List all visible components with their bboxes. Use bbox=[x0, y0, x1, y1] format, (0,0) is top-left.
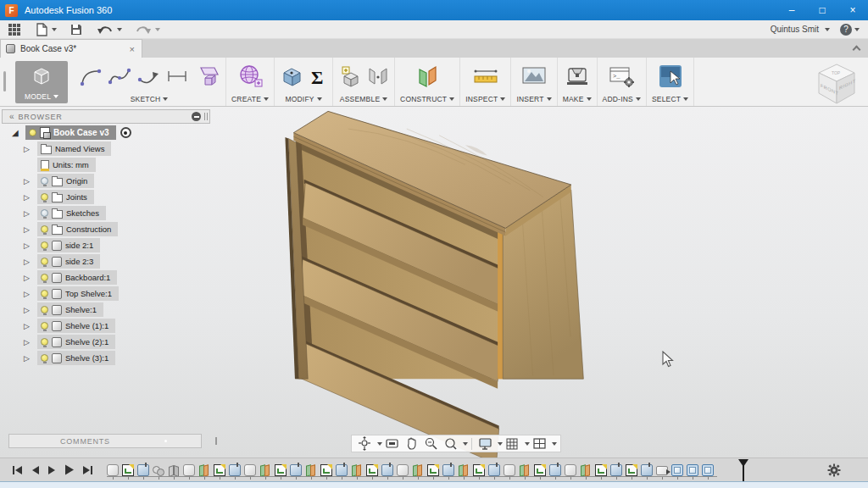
ribbon-dropdown-select[interactable]: SELECT bbox=[652, 95, 688, 103]
visibility-bulb-icon[interactable] bbox=[41, 322, 48, 330]
browser-item-shelve-1-1[interactable]: ▷Shelve (1):1 bbox=[2, 318, 210, 334]
collapse-toolbar-icon[interactable] bbox=[853, 46, 861, 54]
timeline-feature-body[interactable] bbox=[397, 464, 409, 476]
visibility-bulb-icon[interactable] bbox=[41, 354, 48, 362]
timeline-feature-plane[interactable] bbox=[519, 464, 531, 476]
tree-expand-icon[interactable]: ▷ bbox=[24, 258, 37, 266]
visibility-bulb-icon[interactable] bbox=[41, 225, 48, 233]
orbit-button[interactable] bbox=[355, 435, 375, 452]
parameters-sigma-button[interactable]: Σ bbox=[309, 64, 327, 89]
browser-item-origin[interactable]: ▷Origin bbox=[2, 173, 210, 189]
ribbon-dropdown-make[interactable]: MAKE bbox=[563, 95, 592, 103]
ribbon-handle[interactable] bbox=[3, 71, 6, 92]
new-component-button[interactable] bbox=[338, 64, 364, 89]
timeline-feature-extrude[interactable] bbox=[229, 464, 241, 476]
play-button[interactable] bbox=[64, 464, 75, 475]
tree-expand-icon[interactable]: ▷ bbox=[24, 225, 37, 234]
comments-panel[interactable]: COMMENTS bbox=[8, 434, 202, 448]
timeline-feature-body[interactable] bbox=[244, 464, 256, 476]
addins-button[interactable]: >_ bbox=[608, 64, 635, 89]
timeline-feature-extrude[interactable] bbox=[336, 464, 348, 476]
look-at-button[interactable] bbox=[382, 435, 402, 452]
panel-collapse-icon[interactable]: « bbox=[9, 112, 14, 121]
timeline-feature-body[interactable] bbox=[107, 464, 119, 476]
viewports-button[interactable] bbox=[530, 435, 549, 452]
timeline-feature-extrude[interactable] bbox=[641, 464, 653, 476]
browser-item-backboard-1[interactable]: ▷Backboard:1 bbox=[2, 269, 210, 286]
fit-button[interactable] bbox=[441, 435, 460, 452]
ribbon-dropdown-modify[interactable]: MODIFY bbox=[285, 95, 321, 103]
timeline-feature-extrude[interactable] bbox=[290, 464, 302, 476]
skip-to-end-button[interactable] bbox=[82, 465, 93, 475]
redo-button[interactable] bbox=[134, 22, 160, 37]
timeline-feature-body[interactable] bbox=[183, 464, 195, 476]
browser-item-shelve-2-1[interactable]: ▷Shelve (2):1 bbox=[2, 334, 210, 350]
help-icon[interactable]: ? bbox=[840, 24, 852, 36]
timeline-feature-move[interactable] bbox=[656, 466, 668, 475]
tree-expand-icon[interactable]: ▷ bbox=[24, 274, 37, 282]
timeline-feature-pattern[interactable] bbox=[687, 464, 698, 476]
user-menu-arrow[interactable] bbox=[825, 28, 830, 31]
sketch-spline-button[interactable] bbox=[107, 64, 132, 89]
browser-item-top-shelve-1[interactable]: ▷Top Shelve:1 bbox=[2, 286, 210, 302]
sketch-dimension-button[interactable] bbox=[164, 64, 190, 89]
browser-item-side-2-1[interactable]: ▷side 2:1 bbox=[2, 237, 210, 253]
browser-item-sketches[interactable]: ▷Sketches bbox=[2, 205, 210, 221]
help-menu-arrow[interactable] bbox=[854, 28, 860, 31]
timeline-feature-extrude[interactable] bbox=[442, 464, 454, 476]
tab-close-icon[interactable]: × bbox=[128, 44, 136, 54]
zoom-button[interactable] bbox=[421, 435, 441, 452]
ribbon-dropdown-insert[interactable]: INSERT bbox=[516, 95, 551, 103]
app-grid-icon[interactable] bbox=[8, 24, 20, 36]
timeline-feature-extrude[interactable] bbox=[137, 464, 149, 476]
timeline-feature-extrude[interactable] bbox=[381, 464, 393, 476]
close-button[interactable]: × bbox=[837, 0, 868, 20]
viewcube-top-label[interactable]: TOP bbox=[832, 70, 841, 75]
ribbon-dropdown-inspect[interactable]: INSPECT bbox=[465, 95, 505, 103]
browser-item-shelve-3-1[interactable]: ▷Shelve (3):1 bbox=[2, 350, 210, 366]
visibility-bulb-icon[interactable] bbox=[41, 306, 48, 313]
timeline-feature-sketch[interactable] bbox=[427, 464, 439, 476]
activate-component-radio[interactable] bbox=[120, 127, 131, 138]
joint-button[interactable] bbox=[367, 64, 389, 89]
timeline-feature-sketch[interactable] bbox=[214, 464, 225, 476]
visibility-bulb-icon[interactable] bbox=[41, 274, 48, 281]
grid-snap-button[interactable] bbox=[503, 435, 522, 452]
tree-expand-icon[interactable]: ▷ bbox=[24, 145, 37, 153]
browser-item-side-2-3[interactable]: ▷side 2:3 bbox=[2, 253, 210, 269]
ribbon-dropdown-addins[interactable]: ADD-INS bbox=[603, 95, 641, 103]
timeline-feature-combine[interactable] bbox=[153, 464, 164, 476]
construct-plane-button[interactable] bbox=[414, 64, 441, 89]
timeline-playhead[interactable] bbox=[743, 459, 744, 481]
ribbon-dropdown-construct[interactable]: CONSTRUCT bbox=[400, 95, 454, 103]
tree-expand-icon[interactable]: ▷ bbox=[24, 306, 37, 314]
tree-expand-icon[interactable]: ▷ bbox=[24, 193, 37, 202]
visibility-bulb-icon[interactable] bbox=[41, 338, 48, 346]
insert-image-button[interactable] bbox=[520, 64, 548, 89]
timeline-feature-plane[interactable] bbox=[351, 464, 363, 476]
comments-resize-grip[interactable] bbox=[215, 437, 217, 445]
browser-item-construction[interactable]: ▷Construction bbox=[2, 221, 210, 237]
timeline-feature-sketch[interactable] bbox=[122, 464, 134, 476]
make-3dprint-button[interactable] bbox=[565, 64, 590, 89]
timeline-settings-button[interactable] bbox=[827, 463, 841, 477]
user-menu[interactable]: Quintus Smit bbox=[771, 25, 819, 34]
timeline-feature-sketch[interactable] bbox=[366, 464, 378, 476]
maximize-button[interactable]: □ bbox=[807, 0, 837, 20]
tree-expand-icon[interactable]: ▷ bbox=[24, 241, 37, 250]
browser-item-units-mm[interactable]: Units: mm bbox=[2, 157, 210, 173]
browser-item-root[interactable]: ◢ Book Case v3 bbox=[2, 125, 210, 141]
select-button[interactable] bbox=[658, 64, 683, 89]
workspace-model-button[interactable]: MODEL bbox=[15, 61, 68, 103]
ribbon-dropdown-assemble[interactable]: ASSEMBLE bbox=[340, 95, 387, 103]
timeline-feature-sketch[interactable] bbox=[275, 464, 287, 476]
fit-dropdown[interactable] bbox=[463, 442, 468, 446]
timeline-feature-plane[interactable] bbox=[458, 464, 470, 476]
timeline-feature-pattern[interactable] bbox=[671, 464, 683, 476]
skip-to-start-button[interactable] bbox=[12, 465, 23, 475]
create-sketch-button[interactable] bbox=[193, 64, 220, 89]
timeline-feature-sketch[interactable] bbox=[473, 464, 485, 476]
visibility-bulb-icon[interactable] bbox=[41, 209, 48, 217]
visibility-bulb-icon[interactable] bbox=[41, 258, 48, 265]
step-back-button[interactable] bbox=[31, 465, 40, 475]
